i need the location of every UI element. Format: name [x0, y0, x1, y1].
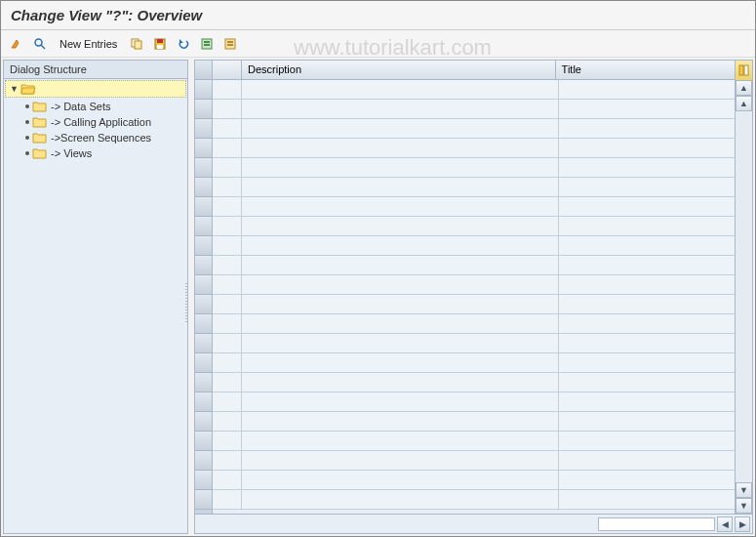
- table-row[interactable]: [213, 295, 735, 314]
- row-selector[interactable]: [195, 490, 212, 510]
- row-selector[interactable]: [195, 80, 212, 100]
- cell[interactable]: [559, 275, 735, 294]
- column-header-title[interactable]: Title: [556, 61, 735, 79]
- cell[interactable]: [213, 490, 242, 509]
- table-row[interactable]: [213, 412, 735, 432]
- row-selector[interactable]: [195, 158, 212, 178]
- cell[interactable]: [559, 353, 735, 372]
- row-selector[interactable]: [195, 432, 212, 451]
- cell[interactable]: [242, 353, 559, 372]
- row-selector[interactable]: [195, 334, 212, 353]
- column-header-blank[interactable]: [213, 61, 242, 79]
- cell[interactable]: [559, 178, 735, 196]
- copy-button[interactable]: [127, 34, 146, 54]
- row-selector[interactable]: [195, 178, 212, 197]
- cell[interactable]: [559, 217, 735, 235]
- row-selector[interactable]: [195, 139, 212, 158]
- table-row[interactable]: [213, 158, 735, 178]
- cell[interactable]: [213, 295, 242, 313]
- table-row[interactable]: [213, 314, 735, 334]
- cell[interactable]: [559, 490, 735, 509]
- new-entries-button[interactable]: New Entries: [54, 36, 123, 52]
- table-row[interactable]: [213, 353, 735, 373]
- cell[interactable]: [242, 334, 559, 352]
- row-selector[interactable]: [195, 471, 212, 490]
- cell[interactable]: [559, 451, 735, 470]
- scroll-up-button[interactable]: ▲: [736, 80, 752, 96]
- scroll-right-button[interactable]: ▶: [735, 516, 750, 532]
- row-selector[interactable]: [195, 256, 212, 275]
- cell[interactable]: [559, 158, 735, 177]
- cell[interactable]: [559, 139, 735, 157]
- tree-item-views[interactable]: -> Views: [4, 145, 187, 161]
- row-selector[interactable]: [195, 119, 212, 139]
- cell[interactable]: [242, 197, 559, 216]
- row-selector[interactable]: [195, 392, 212, 412]
- row-selector[interactable]: [195, 217, 212, 236]
- table-row[interactable]: [213, 275, 735, 295]
- column-header-description[interactable]: Description: [242, 61, 556, 79]
- cell[interactable]: [559, 295, 735, 313]
- select-all-button[interactable]: [197, 34, 217, 54]
- scroll-up-button-2[interactable]: ▲: [736, 96, 752, 111]
- row-selector[interactable]: [195, 451, 212, 471]
- splitter-grip[interactable]: [185, 283, 187, 322]
- cell[interactable]: [242, 217, 559, 235]
- tree-root-node[interactable]: ▼: [5, 80, 186, 98]
- table-row[interactable]: [213, 100, 735, 119]
- table-row[interactable]: [213, 119, 735, 139]
- cell[interactable]: [213, 275, 242, 294]
- cell[interactable]: [213, 373, 242, 392]
- table-row[interactable]: [213, 334, 735, 353]
- cell[interactable]: [213, 432, 242, 450]
- table-row[interactable]: [213, 373, 735, 392]
- table-row[interactable]: [213, 451, 735, 471]
- row-selector[interactable]: [195, 100, 212, 119]
- table-row[interactable]: [213, 392, 735, 412]
- cell[interactable]: [559, 119, 735, 138]
- cell[interactable]: [242, 256, 559, 274]
- tree-item-screen-sequences[interactable]: ->Screen Sequences: [4, 130, 187, 145]
- table-row[interactable]: [213, 178, 735, 197]
- cell[interactable]: [213, 256, 242, 274]
- cell[interactable]: [559, 373, 735, 392]
- row-selector[interactable]: [195, 314, 212, 334]
- cell[interactable]: [242, 275, 559, 294]
- cell[interactable]: [213, 353, 242, 372]
- scroll-down-button-2[interactable]: ▼: [736, 482, 752, 498]
- table-row[interactable]: [213, 256, 735, 275]
- cell[interactable]: [242, 471, 559, 489]
- cell[interactable]: [213, 471, 242, 489]
- cell[interactable]: [213, 392, 242, 411]
- cell[interactable]: [242, 119, 559, 138]
- table-row[interactable]: [213, 236, 735, 256]
- cell[interactable]: [213, 236, 242, 255]
- cell[interactable]: [213, 100, 242, 118]
- cell[interactable]: [242, 490, 559, 509]
- cell[interactable]: [213, 451, 242, 470]
- tree-item-data-sets[interactable]: -> Data Sets: [4, 99, 187, 114]
- cell[interactable]: [559, 100, 735, 118]
- cell[interactable]: [213, 139, 242, 157]
- cell[interactable]: [242, 236, 559, 255]
- cell[interactable]: [559, 334, 735, 352]
- row-selector[interactable]: [195, 275, 212, 295]
- table-row[interactable]: [213, 490, 735, 510]
- cell[interactable]: [559, 471, 735, 489]
- expand-icon[interactable]: ▼: [10, 84, 19, 94]
- position-input[interactable]: [598, 517, 715, 531]
- table-row[interactable]: [213, 197, 735, 217]
- cell[interactable]: [213, 412, 242, 431]
- table-row[interactable]: [213, 217, 735, 236]
- table-row[interactable]: [213, 432, 735, 451]
- cell[interactable]: [242, 432, 559, 450]
- scrollbar-track[interactable]: [736, 111, 752, 482]
- cell[interactable]: [213, 178, 242, 196]
- cell[interactable]: [213, 334, 242, 352]
- cell[interactable]: [242, 158, 559, 177]
- cell[interactable]: [559, 432, 735, 450]
- cell[interactable]: [242, 392, 559, 411]
- cell[interactable]: [559, 392, 735, 411]
- cell[interactable]: [559, 80, 735, 99]
- cell[interactable]: [213, 217, 242, 235]
